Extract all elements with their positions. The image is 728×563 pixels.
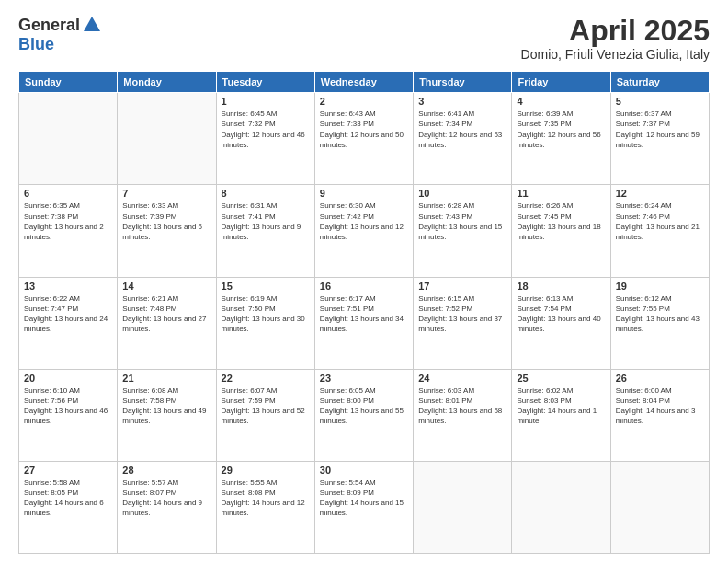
day-info: Sunrise: 6:37 AM Sunset: 7:37 PM Dayligh… bbox=[616, 109, 704, 150]
day-info: Sunrise: 6:13 AM Sunset: 7:54 PM Dayligh… bbox=[517, 293, 605, 335]
calendar-cell: 26Sunrise: 6:00 AM Sunset: 8:04 PM Dayli… bbox=[610, 369, 709, 461]
col-header-monday: Monday bbox=[118, 72, 216, 93]
day-info: Sunrise: 6:00 AM Sunset: 8:04 PM Dayligh… bbox=[616, 385, 704, 427]
day-info: Sunrise: 6:19 AM Sunset: 7:50 PM Dayligh… bbox=[222, 293, 310, 335]
logo-blue-text: Blue bbox=[18, 35, 54, 54]
logo-general-text: General bbox=[18, 16, 80, 35]
title-block: April 2025 Domio, Friuli Venezia Giulia,… bbox=[521, 15, 710, 62]
day-number: 7 bbox=[122, 188, 210, 199]
day-number: 3 bbox=[418, 96, 506, 107]
day-info: Sunrise: 6:30 AM Sunset: 7:42 PM Dayligh… bbox=[320, 201, 408, 242]
calendar-cell: 29Sunrise: 5:55 AM Sunset: 8:08 PM Dayli… bbox=[216, 461, 314, 553]
day-number: 13 bbox=[24, 281, 112, 292]
calendar-cell: 25Sunrise: 6:02 AM Sunset: 8:03 PM Dayli… bbox=[512, 369, 610, 461]
day-number: 20 bbox=[24, 373, 112, 384]
svg-marker-0 bbox=[84, 17, 100, 31]
col-header-saturday: Saturday bbox=[610, 72, 709, 93]
calendar-cell: 10Sunrise: 6:28 AM Sunset: 7:43 PM Dayli… bbox=[414, 185, 512, 277]
calendar-cell: 1Sunrise: 6:45 AM Sunset: 7:32 PM Daylig… bbox=[216, 93, 314, 185]
day-number: 18 bbox=[517, 281, 605, 292]
day-info: Sunrise: 6:31 AM Sunset: 7:41 PM Dayligh… bbox=[222, 201, 310, 242]
day-info: Sunrise: 6:12 AM Sunset: 7:55 PM Dayligh… bbox=[616, 293, 704, 335]
day-number: 29 bbox=[222, 465, 310, 476]
week-row-4: 27Sunrise: 5:58 AM Sunset: 8:05 PM Dayli… bbox=[19, 461, 710, 553]
day-info: Sunrise: 5:58 AM Sunset: 8:05 PM Dayligh… bbox=[24, 477, 112, 519]
day-info: Sunrise: 6:15 AM Sunset: 7:52 PM Dayligh… bbox=[418, 293, 506, 335]
day-info: Sunrise: 6:35 AM Sunset: 7:38 PM Dayligh… bbox=[24, 201, 112, 242]
day-number: 27 bbox=[24, 465, 112, 476]
day-number: 12 bbox=[616, 188, 704, 199]
calendar-cell: 6Sunrise: 6:35 AM Sunset: 7:38 PM Daylig… bbox=[19, 185, 118, 277]
calendar-cell: 16Sunrise: 6:17 AM Sunset: 7:51 PM Dayli… bbox=[314, 277, 413, 369]
calendar-cell: 4Sunrise: 6:39 AM Sunset: 7:35 PM Daylig… bbox=[512, 93, 610, 185]
calendar-cell: 5Sunrise: 6:37 AM Sunset: 7:37 PM Daylig… bbox=[610, 93, 709, 185]
day-number: 8 bbox=[222, 188, 310, 199]
day-number: 19 bbox=[616, 281, 704, 292]
calendar-cell bbox=[118, 93, 216, 185]
calendar-cell: 7Sunrise: 6:33 AM Sunset: 7:39 PM Daylig… bbox=[118, 185, 216, 277]
day-info: Sunrise: 6:43 AM Sunset: 7:33 PM Dayligh… bbox=[320, 109, 408, 150]
day-info: Sunrise: 6:22 AM Sunset: 7:47 PM Dayligh… bbox=[24, 293, 112, 335]
day-number: 15 bbox=[222, 281, 310, 292]
month-title: April 2025 bbox=[521, 15, 710, 47]
day-info: Sunrise: 6:17 AM Sunset: 7:51 PM Dayligh… bbox=[320, 293, 408, 335]
day-info: Sunrise: 6:39 AM Sunset: 7:35 PM Dayligh… bbox=[517, 109, 605, 150]
calendar-cell: 13Sunrise: 6:22 AM Sunset: 7:47 PM Dayli… bbox=[19, 277, 118, 369]
day-info: Sunrise: 5:55 AM Sunset: 8:08 PM Dayligh… bbox=[222, 477, 310, 519]
location-subtitle: Domio, Friuli Venezia Giulia, Italy bbox=[521, 47, 710, 62]
calendar-cell: 24Sunrise: 6:03 AM Sunset: 8:01 PM Dayli… bbox=[414, 369, 512, 461]
calendar-cell: 17Sunrise: 6:15 AM Sunset: 7:52 PM Dayli… bbox=[414, 277, 512, 369]
day-info: Sunrise: 6:26 AM Sunset: 7:45 PM Dayligh… bbox=[517, 201, 605, 242]
day-info: Sunrise: 5:57 AM Sunset: 8:07 PM Dayligh… bbox=[122, 477, 210, 519]
week-row-3: 20Sunrise: 6:10 AM Sunset: 7:56 PM Dayli… bbox=[19, 369, 710, 461]
calendar-cell: 21Sunrise: 6:08 AM Sunset: 7:58 PM Dayli… bbox=[118, 369, 216, 461]
col-header-tuesday: Tuesday bbox=[216, 72, 314, 93]
calendar-cell: 23Sunrise: 6:05 AM Sunset: 8:00 PM Dayli… bbox=[314, 369, 413, 461]
calendar-cell: 18Sunrise: 6:13 AM Sunset: 7:54 PM Dayli… bbox=[512, 277, 610, 369]
col-header-thursday: Thursday bbox=[414, 72, 512, 93]
day-info: Sunrise: 6:02 AM Sunset: 8:03 PM Dayligh… bbox=[517, 385, 605, 427]
calendar-cell: 3Sunrise: 6:41 AM Sunset: 7:34 PM Daylig… bbox=[414, 93, 512, 185]
calendar-cell: 8Sunrise: 6:31 AM Sunset: 7:41 PM Daylig… bbox=[216, 185, 314, 277]
day-number: 1 bbox=[222, 96, 310, 107]
day-info: Sunrise: 6:10 AM Sunset: 7:56 PM Dayligh… bbox=[24, 385, 112, 427]
day-info: Sunrise: 5:54 AM Sunset: 8:09 PM Dayligh… bbox=[320, 477, 408, 519]
day-number: 22 bbox=[222, 373, 310, 384]
day-number: 24 bbox=[418, 373, 506, 384]
calendar-cell bbox=[414, 461, 512, 553]
calendar-cell: 11Sunrise: 6:26 AM Sunset: 7:45 PM Dayli… bbox=[512, 185, 610, 277]
calendar-cell: 14Sunrise: 6:21 AM Sunset: 7:48 PM Dayli… bbox=[118, 277, 216, 369]
day-info: Sunrise: 6:24 AM Sunset: 7:46 PM Dayligh… bbox=[616, 201, 704, 242]
day-number: 6 bbox=[24, 188, 112, 199]
calendar-cell: 27Sunrise: 5:58 AM Sunset: 8:05 PM Dayli… bbox=[19, 461, 118, 553]
day-number: 26 bbox=[616, 373, 704, 384]
day-info: Sunrise: 6:05 AM Sunset: 8:00 PM Dayligh… bbox=[320, 385, 408, 427]
day-number: 28 bbox=[122, 465, 210, 476]
calendar-cell: 15Sunrise: 6:19 AM Sunset: 7:50 PM Dayli… bbox=[216, 277, 314, 369]
day-number: 30 bbox=[320, 465, 408, 476]
logo: General Blue bbox=[18, 15, 102, 54]
day-info: Sunrise: 6:41 AM Sunset: 7:34 PM Dayligh… bbox=[418, 109, 506, 150]
day-number: 14 bbox=[122, 281, 210, 292]
calendar-cell: 28Sunrise: 5:57 AM Sunset: 8:07 PM Dayli… bbox=[118, 461, 216, 553]
week-row-2: 13Sunrise: 6:22 AM Sunset: 7:47 PM Dayli… bbox=[19, 277, 710, 369]
day-info: Sunrise: 6:08 AM Sunset: 7:58 PM Dayligh… bbox=[122, 385, 210, 427]
calendar-cell: 9Sunrise: 6:30 AM Sunset: 7:42 PM Daylig… bbox=[314, 185, 413, 277]
calendar-cell: 20Sunrise: 6:10 AM Sunset: 7:56 PM Dayli… bbox=[19, 369, 118, 461]
day-info: Sunrise: 6:21 AM Sunset: 7:48 PM Dayligh… bbox=[122, 293, 210, 335]
header: General Blue April 2025 Domio, Friuli Ve… bbox=[18, 15, 710, 62]
day-number: 17 bbox=[418, 281, 506, 292]
calendar-cell bbox=[610, 461, 709, 553]
calendar-cell bbox=[19, 93, 118, 185]
col-header-sunday: Sunday bbox=[19, 72, 118, 93]
calendar-cell bbox=[512, 461, 610, 553]
day-number: 2 bbox=[320, 96, 408, 107]
day-number: 9 bbox=[320, 188, 408, 199]
day-number: 25 bbox=[517, 373, 605, 384]
calendar-cell: 30Sunrise: 5:54 AM Sunset: 8:09 PM Dayli… bbox=[314, 461, 413, 553]
col-header-friday: Friday bbox=[512, 72, 610, 93]
calendar-header-row: SundayMondayTuesdayWednesdayThursdayFrid… bbox=[19, 72, 710, 93]
day-info: Sunrise: 6:45 AM Sunset: 7:32 PM Dayligh… bbox=[222, 109, 310, 150]
calendar-table: SundayMondayTuesdayWednesdayThursdayFrid… bbox=[18, 71, 710, 554]
day-info: Sunrise: 6:33 AM Sunset: 7:39 PM Dayligh… bbox=[122, 201, 210, 242]
